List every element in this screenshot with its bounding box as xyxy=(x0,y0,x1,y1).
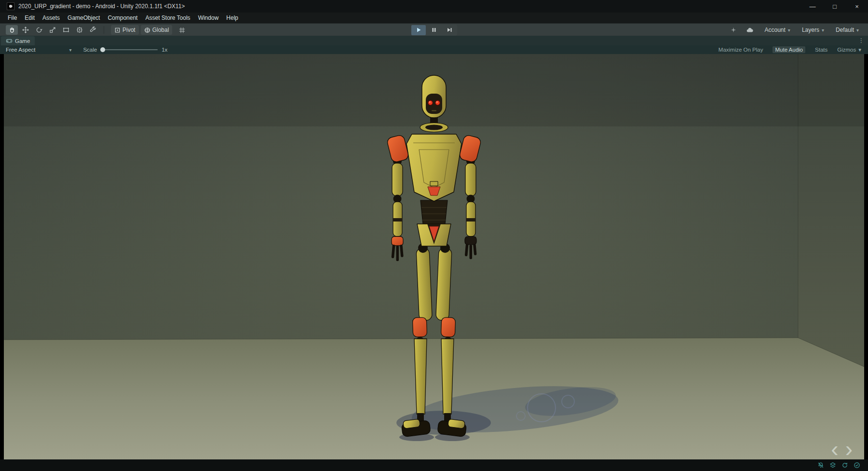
hand-tool-button[interactable] xyxy=(6,25,18,35)
chevron-down-icon: ▾ xyxy=(822,28,824,33)
playmode-controls xyxy=(411,25,457,36)
activity-indicator-button[interactable] xyxy=(727,25,739,35)
aspect-ratio-label: Free Aspect xyxy=(6,47,35,53)
view-tab-bar: Game ⋮ xyxy=(0,36,868,45)
scale-value: 1x xyxy=(162,47,167,53)
tab-options-button[interactable]: ⋮ xyxy=(858,37,864,44)
grid-icon xyxy=(178,27,186,34)
pivot-label: Pivot xyxy=(122,27,136,33)
cloud-collab-button[interactable] xyxy=(744,25,756,35)
scale-tool-button[interactable] xyxy=(46,25,58,35)
layers-dropdown[interactable]: Layers ▾ xyxy=(799,26,827,34)
account-label: Account xyxy=(764,27,785,33)
menu-gameobject[interactable]: GameObject xyxy=(64,13,104,23)
minimize-button[interactable]: — xyxy=(801,0,824,13)
layout-label: Default xyxy=(836,27,854,33)
aspect-ratio-dropdown[interactable]: Free Aspect ▾ xyxy=(3,47,74,53)
maximize-button[interactable]: □ xyxy=(824,0,846,13)
menu-asset-store-tools[interactable]: Asset Store Tools xyxy=(141,13,194,23)
rect-tool-button[interactable] xyxy=(60,25,72,35)
game-viewport-scene xyxy=(4,54,864,459)
tab-game[interactable]: Game xyxy=(1,36,35,45)
unity-logo-icon xyxy=(7,2,14,10)
layers-label: Layers xyxy=(802,27,819,33)
scale-icon xyxy=(49,26,56,34)
menu-bar: File Edit Assets GameObject Component As… xyxy=(0,13,868,23)
menu-file[interactable]: File xyxy=(4,13,21,23)
scene-nav-arrows: ‹ › xyxy=(831,438,853,459)
scale-label: Scale xyxy=(83,47,97,53)
pivot-toggle[interactable]: Pivot xyxy=(111,25,139,35)
transform-tool-button[interactable] xyxy=(73,25,85,35)
move-tool-button[interactable] xyxy=(19,25,31,35)
wrench-icon xyxy=(89,26,97,34)
menu-help[interactable]: Help xyxy=(222,13,242,23)
game-viewport[interactable]: ‹ › xyxy=(4,54,864,459)
grid-snapping-button[interactable] xyxy=(176,25,188,35)
menu-window[interactable]: Window xyxy=(194,13,223,23)
rotate-icon xyxy=(35,26,43,34)
game-tab-label: Game xyxy=(15,38,30,44)
scale-slider-handle[interactable] xyxy=(100,47,105,52)
step-button[interactable] xyxy=(442,25,457,35)
check-status-icon[interactable] xyxy=(854,462,860,469)
pause-button[interactable] xyxy=(427,25,441,35)
rect-icon xyxy=(62,26,70,34)
close-button[interactable]: × xyxy=(846,0,868,13)
menu-assets[interactable]: Assets xyxy=(39,13,64,23)
play-button[interactable] xyxy=(411,25,426,35)
rotate-tool-button[interactable] xyxy=(33,25,45,35)
window-title: 2020_URP_gradient - demo - Android - Uni… xyxy=(18,3,185,10)
transform-icon xyxy=(76,26,83,34)
chevron-down-icon: ▾ xyxy=(856,28,859,33)
notifications-muted-icon[interactable] xyxy=(817,462,824,469)
maximize-on-play-toggle[interactable]: Maximize On Play xyxy=(716,46,766,53)
global-label: Global xyxy=(152,27,169,33)
custom-tool-button[interactable] xyxy=(87,25,99,35)
play-icon xyxy=(416,27,421,33)
move-icon xyxy=(22,26,29,34)
main-toolbar: Pivot Global xyxy=(0,23,868,37)
layers-status-icon[interactable] xyxy=(829,462,836,469)
gizmos-label: Gizmos xyxy=(837,47,856,53)
status-bar xyxy=(0,459,868,471)
sync-status-icon[interactable] xyxy=(841,462,848,469)
sparkle-icon xyxy=(730,27,737,33)
chevron-down-icon: ▾ xyxy=(69,47,71,53)
game-view-toolbar: Free Aspect ▾ Scale 1x Maximize On Play … xyxy=(0,45,868,54)
gizmos-dropdown[interactable]: Gizmos ▾ xyxy=(837,46,861,53)
unity-editor-window: 2020_URP_gradient - demo - Android - Uni… xyxy=(0,0,868,471)
pivot-icon xyxy=(114,27,121,33)
game-tab-icon xyxy=(6,38,13,43)
title-bar: 2020_URP_gradient - demo - Android - Uni… xyxy=(0,0,868,13)
chevron-down-icon: ▾ xyxy=(788,28,790,33)
layout-dropdown[interactable]: Default ▾ xyxy=(832,26,862,34)
step-icon xyxy=(447,27,452,33)
stats-toggle[interactable]: Stats xyxy=(813,46,830,53)
menu-component[interactable]: Component xyxy=(104,13,141,23)
hand-icon xyxy=(8,26,16,34)
menu-edit[interactable]: Edit xyxy=(21,13,39,23)
chevron-down-icon: ▾ xyxy=(858,46,861,53)
next-button[interactable]: › xyxy=(845,438,853,459)
pause-icon xyxy=(431,27,437,33)
scale-slider[interactable] xyxy=(101,49,158,50)
toolbar-separator xyxy=(104,26,104,34)
cloud-icon xyxy=(746,27,754,33)
mute-audio-toggle[interactable]: Mute Audio xyxy=(773,46,805,53)
account-dropdown[interactable]: Account ▾ xyxy=(761,26,793,34)
prev-button[interactable]: ‹ xyxy=(831,438,838,459)
globe-icon xyxy=(144,27,150,33)
global-toggle[interactable]: Global xyxy=(141,25,173,35)
